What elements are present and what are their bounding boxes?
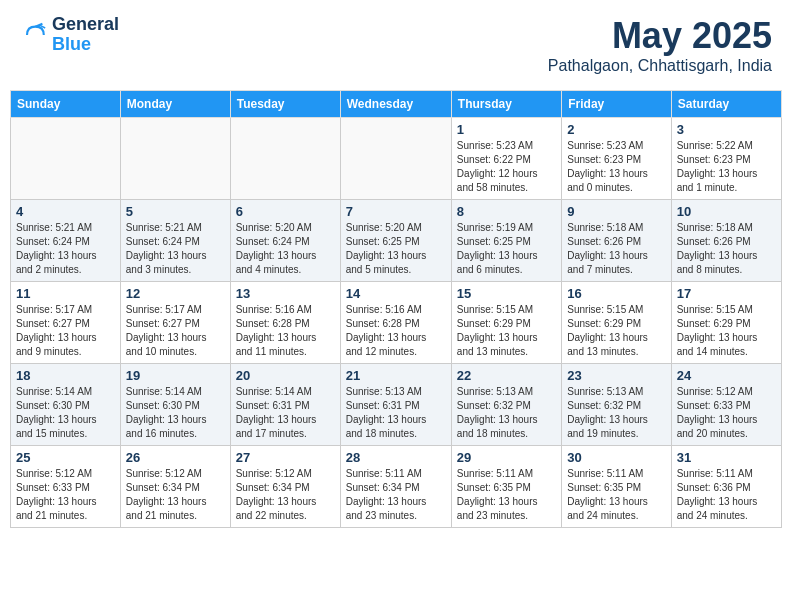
day-number: 14	[346, 286, 446, 301]
calendar-week-row: 1Sunrise: 5:23 AM Sunset: 6:22 PM Daylig…	[11, 118, 782, 200]
day-number: 17	[677, 286, 776, 301]
calendar-cell: 5Sunrise: 5:21 AM Sunset: 6:24 PM Daylig…	[120, 200, 230, 282]
day-info: Sunrise: 5:11 AM Sunset: 6:36 PM Dayligh…	[677, 467, 776, 523]
calendar-cell: 29Sunrise: 5:11 AM Sunset: 6:35 PM Dayli…	[451, 446, 561, 528]
location-title: Pathalgaon, Chhattisgarh, India	[548, 57, 772, 75]
day-number: 13	[236, 286, 335, 301]
calendar-cell: 20Sunrise: 5:14 AM Sunset: 6:31 PM Dayli…	[230, 364, 340, 446]
calendar-cell: 12Sunrise: 5:17 AM Sunset: 6:27 PM Dayli…	[120, 282, 230, 364]
day-info: Sunrise: 5:18 AM Sunset: 6:26 PM Dayligh…	[567, 221, 665, 277]
day-number: 20	[236, 368, 335, 383]
day-info: Sunrise: 5:16 AM Sunset: 6:28 PM Dayligh…	[346, 303, 446, 359]
day-info: Sunrise: 5:16 AM Sunset: 6:28 PM Dayligh…	[236, 303, 335, 359]
calendar-cell: 18Sunrise: 5:14 AM Sunset: 6:30 PM Dayli…	[11, 364, 121, 446]
month-title: May 2025	[548, 15, 772, 57]
calendar-cell: 17Sunrise: 5:15 AM Sunset: 6:29 PM Dayli…	[671, 282, 781, 364]
calendar-cell: 31Sunrise: 5:11 AM Sunset: 6:36 PM Dayli…	[671, 446, 781, 528]
calendar-cell: 23Sunrise: 5:13 AM Sunset: 6:32 PM Dayli…	[562, 364, 671, 446]
day-info: Sunrise: 5:14 AM Sunset: 6:30 PM Dayligh…	[126, 385, 225, 441]
calendar-cell: 15Sunrise: 5:15 AM Sunset: 6:29 PM Dayli…	[451, 282, 561, 364]
day-info: Sunrise: 5:12 AM Sunset: 6:33 PM Dayligh…	[677, 385, 776, 441]
day-info: Sunrise: 5:22 AM Sunset: 6:23 PM Dayligh…	[677, 139, 776, 195]
weekday-header: Tuesday	[230, 91, 340, 118]
day-info: Sunrise: 5:14 AM Sunset: 6:31 PM Dayligh…	[236, 385, 335, 441]
day-info: Sunrise: 5:14 AM Sunset: 6:30 PM Dayligh…	[16, 385, 115, 441]
day-info: Sunrise: 5:19 AM Sunset: 6:25 PM Dayligh…	[457, 221, 556, 277]
weekday-header: Sunday	[11, 91, 121, 118]
title-block: May 2025 Pathalgaon, Chhattisgarh, India	[548, 15, 772, 75]
calendar-cell: 21Sunrise: 5:13 AM Sunset: 6:31 PM Dayli…	[340, 364, 451, 446]
day-number: 25	[16, 450, 115, 465]
day-info: Sunrise: 5:21 AM Sunset: 6:24 PM Dayligh…	[126, 221, 225, 277]
day-info: Sunrise: 5:11 AM Sunset: 6:35 PM Dayligh…	[457, 467, 556, 523]
calendar-cell: 10Sunrise: 5:18 AM Sunset: 6:26 PM Dayli…	[671, 200, 781, 282]
calendar-week-row: 25Sunrise: 5:12 AM Sunset: 6:33 PM Dayli…	[11, 446, 782, 528]
day-number: 21	[346, 368, 446, 383]
calendar-week-row: 4Sunrise: 5:21 AM Sunset: 6:24 PM Daylig…	[11, 200, 782, 282]
calendar-cell: 1Sunrise: 5:23 AM Sunset: 6:22 PM Daylig…	[451, 118, 561, 200]
calendar-week-row: 18Sunrise: 5:14 AM Sunset: 6:30 PM Dayli…	[11, 364, 782, 446]
logo-icon	[20, 21, 48, 49]
day-info: Sunrise: 5:12 AM Sunset: 6:34 PM Dayligh…	[126, 467, 225, 523]
day-number: 15	[457, 286, 556, 301]
day-number: 23	[567, 368, 665, 383]
calendar-cell: 6Sunrise: 5:20 AM Sunset: 6:24 PM Daylig…	[230, 200, 340, 282]
logo-text: General Blue	[52, 15, 119, 55]
day-number: 9	[567, 204, 665, 219]
day-number: 4	[16, 204, 115, 219]
day-info: Sunrise: 5:18 AM Sunset: 6:26 PM Dayligh…	[677, 221, 776, 277]
calendar-cell	[340, 118, 451, 200]
day-number: 26	[126, 450, 225, 465]
day-info: Sunrise: 5:23 AM Sunset: 6:22 PM Dayligh…	[457, 139, 556, 195]
day-number: 28	[346, 450, 446, 465]
weekday-header: Monday	[120, 91, 230, 118]
day-info: Sunrise: 5:20 AM Sunset: 6:25 PM Dayligh…	[346, 221, 446, 277]
day-info: Sunrise: 5:15 AM Sunset: 6:29 PM Dayligh…	[457, 303, 556, 359]
day-number: 8	[457, 204, 556, 219]
calendar-cell: 3Sunrise: 5:22 AM Sunset: 6:23 PM Daylig…	[671, 118, 781, 200]
weekday-header: Friday	[562, 91, 671, 118]
calendar-cell	[230, 118, 340, 200]
calendar-cell: 2Sunrise: 5:23 AM Sunset: 6:23 PM Daylig…	[562, 118, 671, 200]
day-number: 18	[16, 368, 115, 383]
day-info: Sunrise: 5:12 AM Sunset: 6:33 PM Dayligh…	[16, 467, 115, 523]
day-info: Sunrise: 5:20 AM Sunset: 6:24 PM Dayligh…	[236, 221, 335, 277]
calendar-cell: 26Sunrise: 5:12 AM Sunset: 6:34 PM Dayli…	[120, 446, 230, 528]
calendar-cell: 30Sunrise: 5:11 AM Sunset: 6:35 PM Dayli…	[562, 446, 671, 528]
day-number: 1	[457, 122, 556, 137]
day-info: Sunrise: 5:15 AM Sunset: 6:29 PM Dayligh…	[677, 303, 776, 359]
day-info: Sunrise: 5:15 AM Sunset: 6:29 PM Dayligh…	[567, 303, 665, 359]
calendar-cell: 7Sunrise: 5:20 AM Sunset: 6:25 PM Daylig…	[340, 200, 451, 282]
day-info: Sunrise: 5:11 AM Sunset: 6:35 PM Dayligh…	[567, 467, 665, 523]
day-info: Sunrise: 5:13 AM Sunset: 6:31 PM Dayligh…	[346, 385, 446, 441]
weekday-header: Thursday	[451, 91, 561, 118]
calendar-cell	[11, 118, 121, 200]
day-number: 22	[457, 368, 556, 383]
weekday-header: Wednesday	[340, 91, 451, 118]
day-info: Sunrise: 5:12 AM Sunset: 6:34 PM Dayligh…	[236, 467, 335, 523]
calendar-cell: 28Sunrise: 5:11 AM Sunset: 6:34 PM Dayli…	[340, 446, 451, 528]
calendar-cell: 19Sunrise: 5:14 AM Sunset: 6:30 PM Dayli…	[120, 364, 230, 446]
day-number: 10	[677, 204, 776, 219]
day-number: 30	[567, 450, 665, 465]
day-number: 31	[677, 450, 776, 465]
calendar-table: SundayMondayTuesdayWednesdayThursdayFrid…	[10, 90, 782, 528]
calendar-cell: 27Sunrise: 5:12 AM Sunset: 6:34 PM Dayli…	[230, 446, 340, 528]
day-number: 2	[567, 122, 665, 137]
day-number: 12	[126, 286, 225, 301]
calendar-cell	[120, 118, 230, 200]
calendar-week-row: 11Sunrise: 5:17 AM Sunset: 6:27 PM Dayli…	[11, 282, 782, 364]
day-info: Sunrise: 5:21 AM Sunset: 6:24 PM Dayligh…	[16, 221, 115, 277]
day-info: Sunrise: 5:11 AM Sunset: 6:34 PM Dayligh…	[346, 467, 446, 523]
day-info: Sunrise: 5:13 AM Sunset: 6:32 PM Dayligh…	[457, 385, 556, 441]
calendar-cell: 24Sunrise: 5:12 AM Sunset: 6:33 PM Dayli…	[671, 364, 781, 446]
day-number: 16	[567, 286, 665, 301]
day-number: 24	[677, 368, 776, 383]
calendar-cell: 25Sunrise: 5:12 AM Sunset: 6:33 PM Dayli…	[11, 446, 121, 528]
logo: General Blue	[20, 15, 119, 55]
page-header: General Blue May 2025 Pathalgaon, Chhatt…	[10, 10, 782, 80]
day-number: 6	[236, 204, 335, 219]
calendar-cell: 9Sunrise: 5:18 AM Sunset: 6:26 PM Daylig…	[562, 200, 671, 282]
calendar-cell: 16Sunrise: 5:15 AM Sunset: 6:29 PM Dayli…	[562, 282, 671, 364]
calendar-cell: 13Sunrise: 5:16 AM Sunset: 6:28 PM Dayli…	[230, 282, 340, 364]
